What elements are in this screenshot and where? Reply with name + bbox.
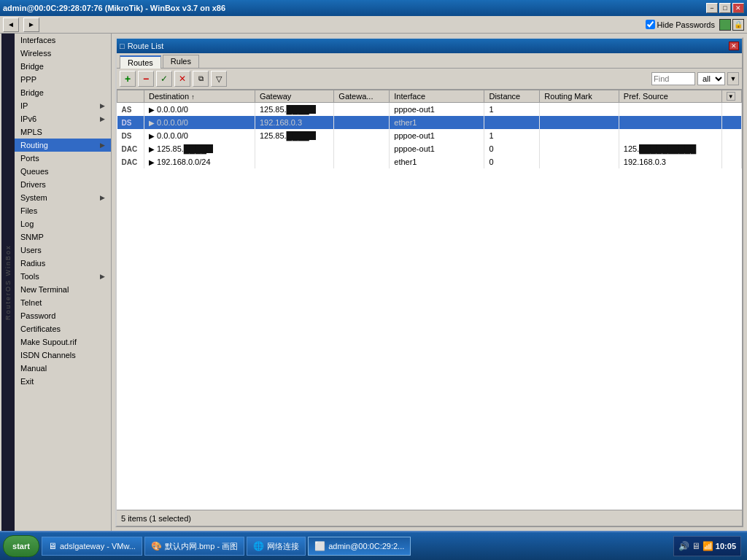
table-row[interactable]: DAC ▶ 192.168.0.0/24 ether1 0 192.168.0.…: [117, 155, 742, 168]
row-flags: DAC: [117, 142, 144, 155]
sidebar-item-password[interactable]: Password: [13, 309, 111, 322]
taskbar-tray: 🔊 🖥 📶 10:05: [673, 536, 741, 556]
taskbar-item-paint[interactable]: 🎨 默认内网.bmp - 画图: [144, 537, 244, 556]
filter-button[interactable]: ▽: [211, 71, 227, 87]
sidebar-item-drivers[interactable]: Drivers: [13, 178, 111, 191]
sidebar-item-files[interactable]: Files: [13, 204, 111, 217]
disable-route-button[interactable]: ✕: [174, 71, 190, 87]
sidebar-item-bridge[interactable]: Bridge: [13, 60, 111, 73]
taskbar-item-label: adslgateway - VMw...: [60, 542, 136, 551]
scope-dropdown[interactable]: all: [697, 72, 725, 85]
window-title-bar-left: □ Route List: [120, 42, 163, 50]
sidebar-item-radius[interactable]: Radius: [13, 257, 111, 270]
add-route-button[interactable]: +: [120, 71, 136, 87]
row-gateway: 125.85.████: [255, 103, 333, 116]
sidebar-item-label: Queues: [20, 167, 49, 176]
sidebar-item-mpls[interactable]: MPLS: [13, 125, 111, 139]
row-extra: [721, 103, 741, 116]
taskbar-item-winbox[interactable]: ⬜ admin@00:0C:29:2...: [308, 537, 411, 556]
taskbar: start 🖥 adslgateway - VMw... 🎨 默认内网.bmp …: [0, 531, 747, 560]
sidebar-item-label: SNMP: [20, 233, 44, 241]
network-icon: 🌐: [253, 541, 264, 551]
table-row[interactable]: DS ▶ 0.0.0.0/0 192.168.0.3 ether1: [117, 116, 742, 129]
sidebar: Interfaces Wireless Bridge PPP Bridge IP…: [13, 34, 112, 531]
status-boxes: 🔒: [719, 19, 744, 31]
table-row[interactable]: DS ▶ 0.0.0.0/0 125.85.████ pppoe-out1 1: [117, 129, 742, 142]
sidebar-item-users[interactable]: Users: [13, 244, 111, 257]
col-pref-source[interactable]: Pref. Source: [619, 90, 721, 103]
row-routing-mark: [540, 129, 619, 142]
sidebar-item-new-terminal[interactable]: New Terminal: [13, 283, 111, 296]
sidebar-item-system[interactable]: System ▶: [13, 191, 111, 204]
sidebar-item-isdn-channels[interactable]: ISDN Channels: [13, 349, 111, 362]
col-gateway2[interactable]: Gatewa...: [334, 90, 390, 103]
back-button[interactable]: ◄: [3, 18, 19, 32]
col-flag[interactable]: [117, 90, 144, 103]
sidebar-item-manual[interactable]: Manual: [13, 362, 111, 375]
taskbar-item-vmware[interactable]: 🖥 adslgateway - VMw...: [42, 537, 142, 556]
minimize-button[interactable]: −: [706, 3, 718, 13]
title-bar-text: admin@00:0C:29:28:07:76 (MikroTik) - Win…: [3, 4, 225, 12]
col-destination[interactable]: Destination ↑: [144, 90, 255, 103]
sidebar-item-ip[interactable]: IP ▶: [13, 99, 111, 112]
sidebar-item-label: System: [20, 193, 47, 202]
row-flags: AS: [117, 103, 144, 116]
sidebar-item-queues[interactable]: Queues: [13, 165, 111, 178]
copy-route-button[interactable]: ⧉: [193, 71, 209, 87]
row-pref-source: 125.██████████: [619, 142, 721, 155]
row-gateway2: [334, 155, 390, 168]
row-pref-source: 192.168.0.3: [619, 155, 721, 168]
sidebar-item-label: Bridge: [20, 62, 44, 71]
toolbar: + − ✓ ✕ ⧉ ▽ all ▼: [117, 69, 742, 90]
sidebar-item-ppp[interactable]: PPP: [13, 73, 111, 86]
sidebar-item-exit[interactable]: Exit: [13, 375, 111, 388]
row-gateway: [255, 142, 333, 155]
tab-rules[interactable]: Rules: [163, 55, 199, 68]
menu-bar-left: ◄ ►: [3, 18, 39, 32]
col-interface[interactable]: Interface: [390, 90, 484, 103]
hide-passwords-checkbox[interactable]: [646, 20, 655, 29]
row-flags: DAC: [117, 155, 144, 168]
sidebar-item-log[interactable]: Log: [13, 217, 111, 230]
hide-passwords-label[interactable]: Hide Passwords: [646, 20, 715, 29]
sidebar-item-bridge2[interactable]: Bridge: [13, 86, 111, 99]
row-gateway: 125.85.████: [255, 129, 333, 142]
sidebar-item-wireless[interactable]: Wireless: [13, 47, 111, 60]
row-gateway2: [334, 103, 390, 116]
sidebar-item-label: IPv6: [20, 114, 36, 123]
sidebar-item-label: Drivers: [20, 180, 46, 189]
sidebar-item-interfaces[interactable]: Interfaces: [13, 34, 111, 47]
sidebar-arrow-ip: ▶: [100, 102, 105, 109]
remove-route-button[interactable]: −: [138, 71, 154, 87]
table-row[interactable]: AS ▶ 0.0.0.0/0 125.85.████ pppoe-out1 1: [117, 103, 742, 116]
sidebar-item-make-supout[interactable]: Make Supout.rif: [13, 335, 111, 349]
window-title-icon: □: [120, 42, 125, 50]
sidebar-item-telnet[interactable]: Telnet: [13, 296, 111, 309]
row-pref-source: [619, 103, 721, 116]
tab-routes[interactable]: Routes: [120, 55, 161, 69]
sidebar-item-ports[interactable]: Ports: [13, 152, 111, 165]
col-distance[interactable]: Distance: [484, 90, 540, 103]
sidebar-item-tools[interactable]: Tools ▶: [13, 270, 111, 283]
maximize-button[interactable]: □: [719, 3, 731, 13]
enable-route-button[interactable]: ✓: [156, 71, 172, 87]
col-routing-mark[interactable]: Routing Mark: [540, 90, 619, 103]
start-button[interactable]: start: [3, 535, 39, 557]
sidebar-item-routing[interactable]: Routing ▶: [13, 139, 111, 152]
network-tray-icon: 🖥: [692, 541, 700, 551]
close-button[interactable]: ✕: [732, 3, 744, 13]
scope-dropdown-arrow[interactable]: ▼: [727, 72, 739, 85]
route-table-container: Destination ↑ Gateway Gatewa... Interfac…: [117, 90, 742, 510]
sidebar-item-certificates[interactable]: Certificates: [13, 322, 111, 335]
col-gateway[interactable]: Gateway: [255, 90, 333, 103]
forward-button[interactable]: ►: [23, 18, 39, 32]
sidebar-item-ipv6[interactable]: IPv6 ▶: [13, 112, 111, 125]
table-row[interactable]: DAC ▶ 125.85.████ pppoe-out1 0 125.█████…: [117, 142, 742, 155]
find-input[interactable]: [651, 72, 695, 85]
window-close-button[interactable]: ✕: [729, 42, 739, 50]
row-interface: pppoe-out1: [390, 142, 484, 155]
taskbar-item-network[interactable]: 🌐 网络连接: [247, 537, 306, 556]
row-flags: DS: [117, 116, 144, 129]
col-extra[interactable]: ▼: [721, 90, 741, 103]
sidebar-item-snmp[interactable]: SNMP: [13, 230, 111, 244]
